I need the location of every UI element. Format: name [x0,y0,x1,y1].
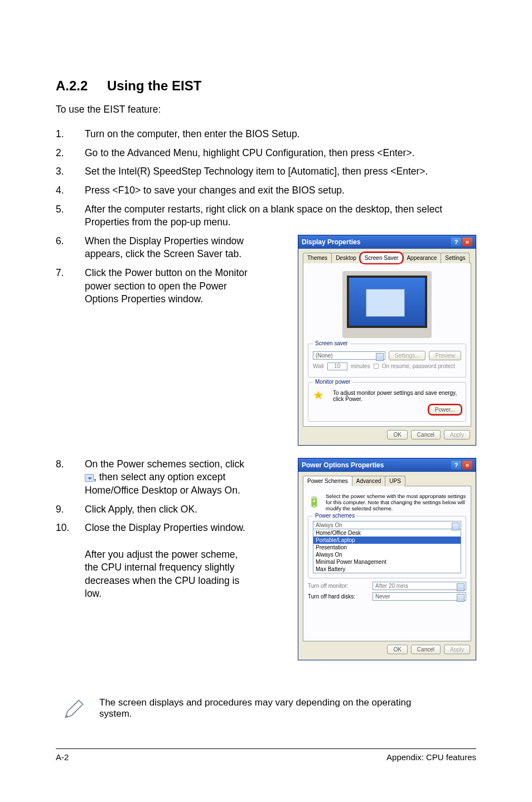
step-text: Go to the Advanced Menu, highlight CPU C… [85,147,476,160]
section-title: Using the EIST [107,78,201,93]
power-scheme-select[interactable]: Always On [313,521,461,529]
section-number: A.2.2 [56,78,107,94]
step-text: After the computer restarts, right click… [85,203,476,229]
power-button[interactable]: Power... [429,405,461,414]
tab-screen-saver[interactable]: Screen Saver [360,253,403,263]
scheme-option[interactable]: Presentation [313,544,461,551]
power-options-dialog: Power Options Properties ? × Power Schem… [298,458,476,660]
resume-checkbox[interactable] [374,364,379,369]
scheme-description: Select the power scheme with the most ap… [326,493,466,511]
tab-appearance[interactable]: Appearance [402,253,441,263]
step-text: On the Power schemes section, click , th… [85,458,252,497]
turn-off-monitor-label: Turn off monitor: [308,583,369,589]
minutes-label: minutes [351,363,370,369]
tab-desktop[interactable]: Desktop [331,253,361,263]
intro-text: To use the EIST feature: [56,104,476,115]
step-number: 5. [56,203,85,229]
monitor-preview [342,271,432,338]
group-screen-saver: Screen saver [313,340,350,346]
display-properties-dialog: Display Properties ? × Themes Desktop Sc… [298,235,476,446]
resume-label: On resume, password protect [382,363,455,369]
scheme-option[interactable]: Home/Office Desk [313,529,461,537]
step-number: 8. [56,458,85,497]
step-text: Turn on the computer, then enter the BIO… [85,128,476,141]
step-text: Set the Intel(R) SpeedStep Technology it… [85,165,476,178]
turn-off-hd-select[interactable]: Never [373,592,466,601]
footer-section-title: Appendix: CPU features [386,752,476,762]
scheme-option-selected[interactable]: Portable/Laptop [313,537,461,544]
cancel-button[interactable]: Cancel [411,645,441,654]
cancel-button[interactable]: Cancel [411,430,441,439]
scheme-option[interactable]: Always On [313,551,461,558]
step-number: 1. [56,128,85,141]
preview-button[interactable]: Preview [429,351,461,360]
step-number: 7. [56,267,85,306]
step-text: Click the Power button on the Monitor po… [85,267,252,306]
note-text: The screen displays and procedures may v… [99,697,434,719]
energy-star-icon: ★ [313,389,327,403]
turn-off-monitor-select[interactable]: After 20 mins [373,582,466,590]
screensaver-select[interactable]: (None) [313,351,385,360]
help-button[interactable]: ? [451,238,461,247]
close-button[interactable]: × [462,238,472,247]
monitor-power-text: To adjust monitor power settings and sav… [333,390,461,402]
wait-input[interactable]: 10 [327,363,347,370]
battery-icon: 🔋 [308,496,320,508]
dialog-title: Display Properties [302,238,360,246]
dropdown-icon [85,474,94,482]
help-button[interactable]: ? [451,461,461,470]
step-number: 3. [56,165,85,178]
wait-label: Wait [313,363,324,369]
step-number: 4. [56,184,85,197]
ok-button[interactable]: OK [387,645,407,654]
tab-settings[interactable]: Settings [441,253,470,263]
tab-advanced[interactable]: Advanced [352,476,385,486]
step-number: 2. [56,147,85,160]
step-text: Close the Display Properties window. [85,522,245,533]
settings-button[interactable]: Settings... [389,351,425,360]
close-button[interactable]: × [462,461,472,470]
note-pencil-icon [61,697,86,724]
group-monitor-power: Monitor power [313,379,352,385]
step-text: Press <F10> to save your changes and exi… [85,184,476,197]
step-aftertext: After you adjust the power scheme, the C… [85,549,239,600]
scheme-option[interactable]: Minimal Power Management [313,558,461,566]
apply-button[interactable]: Apply [444,645,470,654]
power-scheme-dropdown-list[interactable]: Home/Office Desk Portable/Laptop Present… [313,529,461,573]
section-heading: A.2.2Using the EIST [56,78,476,94]
step-number: 10. [56,521,85,601]
step-text-part: On the Power schemes section, click [85,458,244,470]
ok-button[interactable]: OK [387,430,407,439]
scheme-option[interactable]: Max Battery [313,566,461,573]
dialog-title: Power Options Properties [302,461,384,469]
step-text: When the Display Properties window appea… [85,235,252,261]
step-text-part: , then select any option except Home/Off… [85,471,240,496]
turn-off-hd-label: Turn off hard disks: [308,593,369,600]
tab-ups[interactable]: UPS [385,476,405,486]
tab-themes[interactable]: Themes [303,253,332,263]
apply-button[interactable]: Apply [444,430,470,439]
footer-page-number: A-2 [56,752,69,762]
group-power-schemes: Power schemes [313,513,357,519]
step-number: 6. [56,235,85,261]
tab-power-schemes[interactable]: Power Schemes [303,476,352,486]
step-number: 9. [56,503,85,516]
step-text: Click Apply, then click OK. [85,503,252,516]
